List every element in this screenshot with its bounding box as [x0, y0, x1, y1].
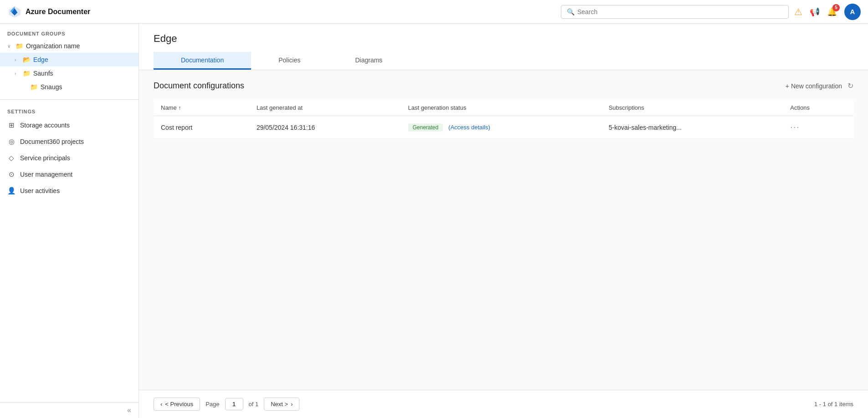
service-principals-icon: ◇ — [7, 154, 15, 162]
chevron-left-icon: ‹ — [160, 401, 162, 408]
tabs: Documentation Policies Diagrams — [154, 52, 853, 70]
row-actions-button[interactable]: ··· — [790, 122, 800, 132]
user-activities-label: User activities — [20, 187, 60, 194]
chevron-down-icon: ∨ — [7, 44, 13, 49]
col-name[interactable]: Name ↑ — [154, 100, 249, 116]
document360-label: Document360 projects — [20, 138, 84, 145]
row-status: Generated (Access details) — [401, 116, 601, 139]
new-configuration-button[interactable]: + New configuration — [786, 82, 842, 90]
collapse-sidebar-button[interactable]: « — [127, 406, 131, 414]
sidebar-item-user-management[interactable]: ⊙ User management — [0, 166, 139, 183]
folder-icon: 📁 — [15, 42, 23, 50]
row-last-generated-at: 29/05/2024 16:31:16 — [249, 116, 401, 139]
edge-label: Edge — [33, 56, 48, 63]
notification-badge: 5 — [832, 4, 840, 11]
warning-icon: ⚠ — [794, 6, 802, 17]
announcements-icon-button[interactable]: 📢 — [810, 7, 820, 17]
sidebar-item-storage-accounts[interactable]: ⊞ Storage accounts — [0, 117, 139, 133]
page-number-input[interactable] — [225, 398, 243, 410]
tab-policies[interactable]: Policies — [251, 52, 328, 70]
sidebar-item-org[interactable]: ∨ 📁 Organization name — [0, 39, 139, 53]
of-label: of 1 — [249, 401, 259, 408]
settings-label: SETTINGS — [0, 105, 139, 117]
content-header: Edge Documentation Policies Diagrams — [139, 24, 868, 70]
document360-icon: ◎ — [7, 138, 15, 146]
tab-documentation[interactable]: Documentation — [154, 52, 251, 70]
col-last-generation-status: Last generation status — [401, 100, 601, 116]
refresh-button[interactable]: ↻ — [847, 82, 853, 90]
config-table: Name ↑ Last generated at Last generation… — [154, 100, 853, 139]
chevron-right-icon: › — [291, 401, 293, 408]
sidebar-item-service-principals[interactable]: ◇ Service principals — [0, 150, 139, 166]
service-principals-label: Service principals — [20, 154, 70, 162]
pagination-bar: ‹ < Previous Page of 1 Next > › 1 - 1 of… — [139, 390, 868, 418]
storage-icon: ⊞ — [7, 121, 15, 129]
alert-icon-button[interactable]: ⚠ — [794, 6, 802, 17]
sidebar-item-document360[interactable]: ◎ Document360 projects — [0, 133, 139, 150]
tab-diagrams[interactable]: Diagrams — [328, 52, 410, 70]
megaphone-icon: 📢 — [810, 7, 820, 17]
chevron-right-icon: › — [15, 71, 20, 76]
row-name: Cost report — [154, 116, 249, 139]
pagination-count: 1 - 1 of 1 items — [814, 401, 853, 408]
doc-configs-header: Document configurations + New configurat… — [154, 81, 853, 91]
search-input[interactable] — [577, 8, 783, 15]
sidebar-item-edge[interactable]: › 📂 Edge — [0, 53, 139, 66]
col-last-generated: Last generated at — [249, 100, 401, 116]
sidebar-divider — [0, 99, 139, 100]
page-label: Page — [205, 401, 219, 408]
doc-configs-title: Document configurations — [154, 81, 244, 91]
access-details-link[interactable]: (Access details) — [448, 124, 490, 131]
app-logo[interactable]: Azure Documenter — [7, 5, 90, 19]
logo-icon — [7, 5, 22, 19]
status-badge: Generated — [408, 123, 443, 132]
previous-button[interactable]: ‹ < Previous — [154, 398, 200, 411]
org-name-label: Organization name — [26, 42, 80, 50]
top-header: Azure Documenter 🔍 ⚠ 📢 🔔 5 A — [0, 0, 868, 24]
sidebar-item-user-activities[interactable]: 👤 User activities — [0, 183, 139, 199]
page-title: Edge — [154, 33, 853, 45]
app-title: Azure Documenter — [26, 8, 90, 16]
user-management-label: User management — [20, 171, 72, 178]
saunfs-label: Saunfs — [33, 70, 53, 77]
sidebar-item-snaugs[interactable]: › 📁 Snaugs — [0, 80, 139, 94]
folder-open-icon: 📂 — [23, 56, 31, 63]
storage-accounts-label: Storage accounts — [20, 122, 70, 129]
chevron-right-icon: › — [15, 57, 20, 62]
table-row: Cost report 29/05/2024 16:31:16 Generate… — [154, 116, 853, 139]
content-area: Edge Documentation Policies Diagrams Doc… — [139, 24, 868, 418]
content-body: Document configurations + New configurat… — [139, 70, 868, 390]
snaugs-label: Snaugs — [41, 83, 62, 91]
sidebar: DOCUMENT GROUPS ∨ 📁 Organization name › … — [0, 24, 139, 418]
sidebar-bottom: « — [0, 402, 139, 418]
main-layout: DOCUMENT GROUPS ∨ 📁 Organization name › … — [0, 24, 868, 418]
header-icons: ⚠ 📢 🔔 5 A — [794, 4, 861, 20]
user-avatar[interactable]: A — [844, 4, 861, 20]
search-bar[interactable]: 🔍 — [561, 5, 789, 19]
user-activities-icon: 👤 — [7, 187, 15, 195]
notifications-icon-button[interactable]: 🔔 5 — [827, 7, 837, 17]
search-icon: 🔍 — [567, 8, 575, 15]
next-button[interactable]: Next > › — [264, 398, 299, 411]
folder-icon: 📁 — [30, 83, 38, 91]
col-subscriptions: Subscriptions — [601, 100, 783, 116]
col-actions: Actions — [783, 100, 853, 116]
doc-configs-actions: + New configuration ↻ — [786, 82, 853, 90]
table-header-row: Name ↑ Last generated at Last generation… — [154, 100, 853, 116]
document-groups-label: DOCUMENT GROUPS — [0, 24, 139, 39]
sidebar-item-saunfs[interactable]: › 📁 Saunfs — [0, 66, 139, 80]
row-subscriptions: 5-kovai-sales-marketing... — [601, 116, 783, 139]
folder-icon: 📁 — [23, 70, 31, 77]
row-actions: ··· — [783, 116, 853, 139]
user-management-icon: ⊙ — [7, 170, 15, 178]
